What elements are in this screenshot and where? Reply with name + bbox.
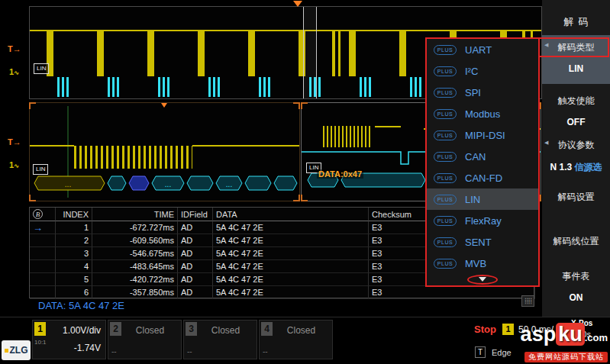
protocol-params-label: 协议参数 (542, 139, 610, 152)
channel-4-state: Closed (275, 325, 328, 336)
channel-1-badge: 1 (34, 322, 46, 336)
channel-3-offset: -- (187, 347, 192, 356)
plus-badge: PLUS (434, 259, 457, 269)
table-cell[interactable]: -672.727ms (92, 221, 178, 234)
trigger-row-label: T (475, 346, 486, 358)
table-cell[interactable]: 1 (56, 221, 92, 234)
plus-badge: PLUS (434, 195, 457, 205)
table-cell[interactable]: 5A 4C 47 2E (213, 286, 369, 299)
channel-3-badge: 3 (186, 322, 197, 336)
trigger-time-icon[interactable] (293, 1, 302, 7)
table-cell[interactable]: AD (178, 273, 213, 286)
dropdown-item-modbus[interactable]: PLUSModbus (427, 103, 538, 124)
watermark-tagline: 免费网站源码下载站 (524, 352, 608, 362)
dropdown-item-label: UART (465, 44, 492, 56)
table-cell[interactable]: 5A 4C 47 2E (213, 273, 369, 286)
table-cell[interactable]: 5A 4C 47 2E (213, 247, 369, 260)
table-cell[interactable]: -420.722ms (92, 273, 178, 286)
zoom-corner-icon (293, 195, 300, 201)
decode-type-dropdown: PLUSUART PLUSI²C PLUSSPI PLUSModbus PLUS… (425, 37, 540, 287)
selected-row-arrow-icon: → (33, 223, 43, 233)
table-cell[interactable]: → (30, 221, 56, 234)
table-cell[interactable]: AD (178, 286, 213, 299)
channel-2-offset: -- (111, 347, 117, 356)
channel-1-marker-zoom[interactable]: 1∿ (9, 160, 19, 169)
table-cell[interactable]: AD (178, 221, 213, 234)
channel-3-box[interactable]: 3 Closed -- (183, 320, 257, 359)
menu-protocol-params[interactable]: ◀ 协议参数 N 1.3 信源选 (542, 133, 610, 176)
event-table-value: ON (542, 292, 610, 303)
zoom-window-bracket[interactable] (303, 7, 317, 98)
table-cell[interactable]: -546.675ms (92, 247, 178, 260)
channel-2-box[interactable]: 2 Closed -- (108, 320, 182, 359)
table-cell[interactable]: AD (178, 260, 213, 273)
dropdown-item-lin[interactable]: PLUSLIN (427, 188, 538, 210)
table-cell[interactable]: E3 (369, 286, 535, 299)
table-cell[interactable]: -483.645ms (92, 260, 178, 273)
dropdown-item-spi[interactable]: PLUSSPI (427, 82, 538, 103)
menu-title: 解码 (542, 15, 610, 29)
table-cell[interactable]: AD (178, 234, 213, 247)
decode-settings-label: 解码设置 (542, 191, 610, 204)
plus-badge: PLUS (434, 45, 457, 55)
protocol-version: N 1.3 (550, 162, 572, 172)
table-corner-cell: B (30, 208, 56, 221)
decode-line-position-label: 解码线位置 (542, 235, 610, 248)
annotation-circle (467, 275, 498, 285)
channel-2-badge: 2 (110, 322, 121, 336)
trigger-position-marker-zoom[interactable]: T→ (8, 137, 21, 147)
source-select-link[interactable]: 信源选 (575, 162, 602, 172)
decode-type-value: LIN (542, 63, 610, 74)
decode-data-bubble: DATA:0x47 (317, 169, 363, 179)
table-cell[interactable]: -609.560ms (92, 234, 178, 247)
table-cell[interactable] (30, 273, 56, 286)
zoom-trigger-icon (161, 103, 167, 108)
channel-4-box[interactable]: 4 Closed -- (259, 320, 333, 359)
dropdown-item-mipi-dsi[interactable]: PLUSMIPI-DSI (427, 124, 538, 146)
plus-badge: PLUS (434, 66, 457, 76)
table-cell[interactable]: -357.850ms (92, 286, 178, 299)
trigger-enable-value: OFF (542, 117, 610, 127)
table-cell[interactable]: 4 (56, 260, 92, 273)
table-cell[interactable]: 5A 4C 47 2E (213, 260, 369, 273)
table-cell[interactable] (30, 247, 56, 260)
table-cell[interactable] (30, 286, 56, 299)
dropdown-item-flexray[interactable]: PLUSFlexRay (427, 210, 538, 231)
menu-trigger-enable[interactable]: 触发使能 OFF (542, 89, 610, 131)
dropdown-item-uart[interactable]: PLUSUART (427, 39, 538, 60)
menu-decode-settings[interactable]: 解码设置 (542, 177, 610, 220)
table-cell[interactable]: 3 (56, 247, 92, 260)
scroll-down-icon[interactable] (479, 277, 486, 282)
channel-1-box[interactable]: 1 10:1 1.00V/div -1.74V (32, 320, 106, 359)
dropdown-item-can[interactable]: PLUSCAN (427, 146, 538, 167)
channel-4-badge: 4 (261, 322, 273, 336)
plus-badge: PLUS (434, 173, 457, 183)
dropdown-item-can-fd[interactable]: PLUSCAN-FD (427, 167, 538, 188)
chevron-left-icon: ◀ (544, 140, 548, 146)
dropdown-item-mvb[interactable]: PLUSMVB (427, 253, 538, 274)
table-cell[interactable]: 2 (56, 234, 92, 247)
table-scrollbar-thumb[interactable]: ⣿⣿ (521, 295, 534, 307)
table-cell[interactable]: 5 (56, 273, 92, 286)
table-cell[interactable]: 6 (56, 286, 92, 299)
table-header-cell: INDEX (56, 208, 92, 221)
table-cell[interactable]: 5A 4C 47 2E (213, 234, 369, 247)
trigger-type-readout[interactable]: Edge (492, 348, 512, 357)
table-cell[interactable]: 5A 4C 47 2E (213, 221, 369, 234)
dropdown-item-i2c[interactable]: PLUSI²C (427, 60, 538, 82)
annotation-rect (538, 37, 609, 57)
plus-badge: PLUS (434, 237, 457, 247)
table-cell[interactable]: AD (178, 247, 213, 260)
menu-event-table[interactable]: 事件表 ON (542, 264, 610, 311)
dropdown-item-sent[interactable]: PLUSSENT (427, 231, 538, 253)
logo-dot-icon (5, 349, 8, 353)
menu-decode-line-position[interactable]: 解码线位置 (542, 223, 610, 263)
table-cell[interactable] (30, 260, 56, 273)
dropdown-item-label: Modbus (465, 108, 500, 120)
zoom-corner-icon (29, 195, 36, 201)
dropdown-item-label: FlexRay (465, 215, 502, 227)
channel-1-marker-main[interactable]: 1∿ (9, 67, 19, 76)
trigger-enable-label: 触发使能 (542, 95, 610, 108)
trigger-position-marker-main[interactable]: T→ (8, 44, 21, 53)
table-cell[interactable] (30, 234, 56, 247)
